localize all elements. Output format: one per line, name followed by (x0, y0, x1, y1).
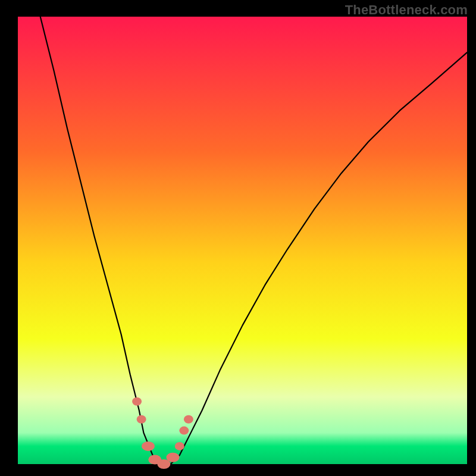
optimum-marker (184, 415, 193, 424)
bottleneck-chart (0, 0, 476, 476)
optimum-marker (179, 427, 189, 435)
optimum-marker (142, 441, 155, 451)
watermark-text: TheBottleneck.com (345, 2, 468, 18)
optimum-marker (175, 442, 184, 450)
chart-frame: TheBottleneck.com (0, 0, 476, 476)
optimum-marker (132, 397, 142, 406)
chart-background (18, 17, 467, 464)
optimum-marker (137, 415, 146, 424)
optimum-marker (166, 453, 179, 462)
